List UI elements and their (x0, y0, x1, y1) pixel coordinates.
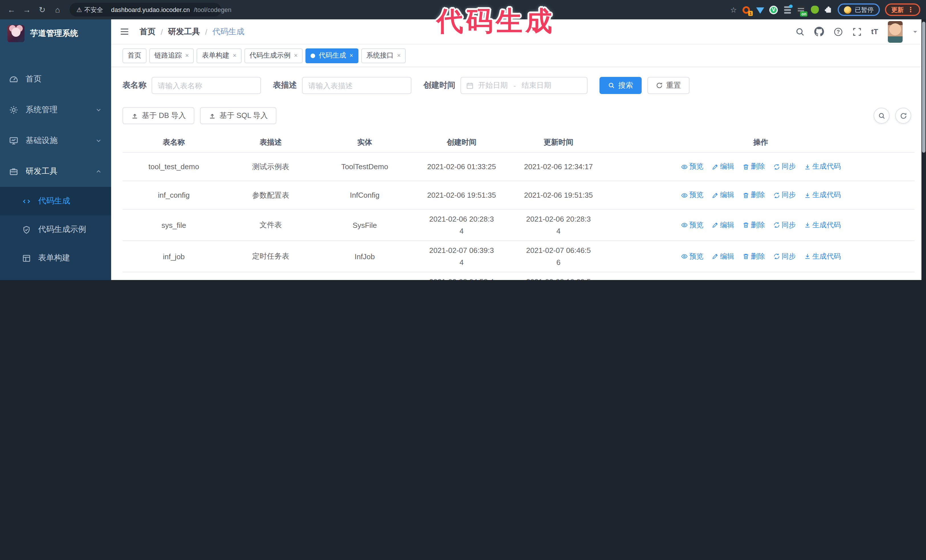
sync-action[interactable]: 同步 (773, 252, 796, 261)
generate-code-action[interactable]: 生成代码 (804, 252, 841, 261)
preview-action[interactable]: 预览 (681, 252, 704, 261)
table-desc-input[interactable] (302, 77, 412, 94)
extension-orange-icon[interactable]: 1 (742, 5, 750, 14)
extension-dark-on-icon[interactable]: on (797, 5, 805, 14)
chevron-down-icon (95, 107, 102, 113)
preview-action[interactable]: 预览 (681, 220, 704, 230)
toggle-search-button[interactable] (873, 108, 890, 124)
delete-action[interactable]: 删除 (742, 252, 765, 261)
extension-monkey-icon[interactable] (810, 5, 819, 14)
import-sql-button[interactable]: 基于 SQL 导入 (200, 107, 277, 124)
sidebar-item-label: 首页 (26, 74, 42, 84)
sidebar-item-codegen-example[interactable]: 代码生成示例 (0, 215, 111, 244)
column-header: 更新时间 (510, 137, 607, 148)
sidebar-item-infra[interactable]: 基础设施 (0, 125, 111, 156)
sidebar-item-codegen[interactable]: 代码生成 (0, 187, 111, 215)
column-header: 表描述 (225, 137, 316, 148)
github-icon[interactable] (814, 27, 824, 36)
sync-action[interactable]: 同步 (773, 190, 796, 200)
sync-action[interactable]: 同步 (773, 220, 796, 230)
breadcrumb-group[interactable]: 研发工具 (168, 27, 200, 37)
delete-action[interactable]: 删除 (742, 190, 765, 200)
table-name-input[interactable] (151, 77, 261, 94)
browser-home-button[interactable]: ⌂ (52, 4, 63, 15)
tab-tag[interactable]: 链路追踪 × (149, 48, 194, 63)
preview-action[interactable]: 预览 (681, 190, 704, 200)
action-label: 预览 (689, 162, 704, 172)
delete-action[interactable]: 删除 (742, 162, 765, 172)
user-menu-caret-icon[interactable] (912, 29, 918, 35)
extension-gem-icon[interactable] (756, 5, 764, 14)
cell-update-time: 2021-02-06 19:51:35 (510, 189, 607, 201)
browser-forward-button[interactable]: → (21, 4, 32, 15)
tab-tag[interactable]: 代码生成示例 × (244, 48, 303, 63)
edit-action[interactable]: 编辑 (711, 252, 734, 261)
security-warning-icon[interactable]: ⚠ 不安全 (76, 5, 103, 14)
edit-action[interactable]: 编辑 (711, 220, 734, 230)
sidebar-item-system[interactable]: 系统管理 (0, 95, 111, 125)
scrollbar-thumb[interactable] (922, 22, 925, 152)
import-db-button[interactable]: 基于 DB 导入 (123, 107, 195, 124)
address-bar[interactable]: ⚠ 不安全 dashboard.yudao.iocoder.cn/tool/co… (70, 3, 221, 17)
extension-green-check-icon[interactable]: V (769, 5, 778, 14)
profile-paused-badge[interactable]: 已暂停 (838, 3, 880, 16)
sidebar-item-home[interactable]: 首页 (0, 64, 111, 95)
breadcrumb-home[interactable]: 首页 (139, 27, 156, 37)
cell-entity: InfJob (316, 252, 413, 261)
help-icon[interactable]: ? (834, 27, 843, 36)
action-label: 同步 (782, 162, 796, 172)
close-icon[interactable]: × (233, 53, 236, 59)
tab-tag[interactable]: 首页 (123, 48, 147, 63)
action-label: 删除 (751, 162, 765, 172)
extensions-puzzle-icon[interactable] (824, 5, 832, 14)
sync-action[interactable]: 同步 (773, 162, 796, 172)
refresh-button[interactable] (895, 108, 911, 124)
action-label: 同步 (782, 190, 796, 200)
fullscreen-icon[interactable] (852, 27, 861, 36)
table-toolbar: 基于 DB 导入 基于 SQL 导入 (123, 107, 915, 124)
edit-action[interactable]: 编辑 (711, 162, 734, 172)
search-icon[interactable] (795, 27, 804, 36)
cell-update-time: 2021-02-06 12:34:17 (510, 161, 607, 173)
reset-button[interactable]: 重置 (648, 77, 690, 94)
search-button[interactable]: 搜索 (599, 77, 642, 94)
generate-code-action[interactable]: 生成代码 (804, 190, 841, 200)
sidebar-item-dev-tools[interactable]: 研发工具 (0, 156, 111, 187)
generate-code-action[interactable]: 生成代码 (804, 220, 841, 230)
delete-action[interactable]: 删除 (742, 220, 765, 230)
tab-tag[interactable]: 表单构建 × (197, 48, 242, 63)
generate-code-action[interactable]: 生成代码 (804, 162, 841, 172)
font-size-icon[interactable]: tT (871, 27, 878, 36)
app-logo-row[interactable]: 芋道管理系统 (0, 20, 111, 48)
cell-table-name: inf_config (123, 191, 225, 199)
close-icon[interactable]: × (350, 53, 353, 59)
user-avatar[interactable] (888, 21, 903, 42)
browser-back-button[interactable]: ← (6, 4, 17, 15)
close-icon[interactable]: × (185, 53, 189, 59)
sidebar-item-system-api[interactable]: 系统接口 (0, 272, 111, 280)
cell-table-desc: 参数配置表 (225, 190, 316, 200)
monitor-icon (9, 136, 18, 145)
cell-update-time: 2021-02-07 06:46:5 6 (510, 245, 607, 268)
page-scrollbar[interactable] (921, 20, 926, 280)
close-icon[interactable]: × (294, 53, 298, 59)
sidebar-item-form-builder[interactable]: 表单构建 (0, 244, 111, 272)
close-icon[interactable]: × (397, 53, 401, 59)
chevron-down-icon (95, 137, 102, 144)
sidebar-collapse-icon[interactable] (120, 27, 129, 36)
toolbox-icon (9, 167, 18, 176)
action-label: 编辑 (720, 220, 734, 230)
edit-action[interactable]: 编辑 (711, 190, 734, 200)
browser-menu-icon[interactable]: ⋮ (907, 6, 914, 14)
bookmark-star-icon[interactable]: ☆ (730, 5, 737, 14)
browser-reload-button[interactable]: ↻ (36, 4, 48, 15)
tab-tag[interactable]: 系统接口 × (361, 48, 406, 63)
extension-settings-icon[interactable] (783, 5, 791, 14)
search-button-label: 搜索 (618, 80, 633, 91)
sidebar-item-label: 研发工具 (26, 166, 57, 177)
date-range-picker[interactable]: 开始日期 - 结束日期 (460, 77, 587, 94)
tab-tag[interactable]: 代码生成 × (306, 48, 359, 63)
browser-update-button[interactable]: 更新 ⋮ (885, 3, 920, 16)
cell-create-time: 2021-02-06 20:28:3 4 (413, 213, 510, 237)
preview-action[interactable]: 预览 (681, 162, 704, 172)
